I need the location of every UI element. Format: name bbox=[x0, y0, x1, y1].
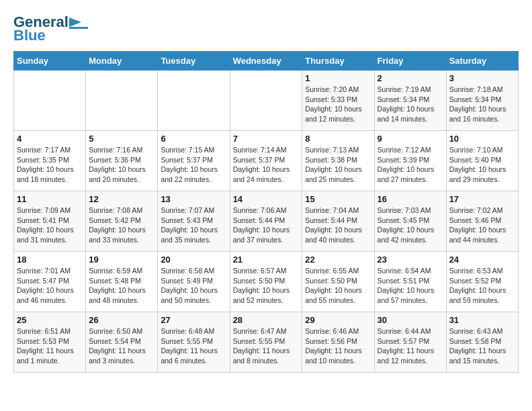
svg-rect-1 bbox=[69, 27, 88, 29]
day-info: Sunrise: 7:07 AM Sunset: 5:43 PM Dayligh… bbox=[161, 205, 226, 245]
day-number: 8 bbox=[305, 134, 371, 144]
day-info: Sunrise: 7:02 AM Sunset: 5:46 PM Dayligh… bbox=[449, 205, 515, 245]
day-number: 24 bbox=[449, 255, 515, 265]
day-info: Sunrise: 6:43 AM Sunset: 5:58 PM Dayligh… bbox=[449, 326, 515, 366]
day-of-week-header: Sunday bbox=[14, 52, 86, 71]
day-info: Sunrise: 7:12 AM Sunset: 5:39 PM Dayligh… bbox=[378, 145, 443, 185]
day-number: 4 bbox=[17, 134, 83, 144]
calendar-day-cell: 24Sunrise: 6:53 AM Sunset: 5:52 PM Dayli… bbox=[446, 252, 518, 312]
day-info: Sunrise: 7:01 AM Sunset: 5:47 PM Dayligh… bbox=[17, 266, 83, 306]
day-info: Sunrise: 6:58 AM Sunset: 5:49 PM Dayligh… bbox=[161, 266, 226, 306]
logo-icon bbox=[69, 15, 88, 30]
day-of-week-header: Wednesday bbox=[230, 52, 302, 71]
day-info: Sunrise: 6:48 AM Sunset: 5:55 PM Dayligh… bbox=[161, 326, 226, 366]
calendar-day-cell: 1Sunrise: 7:20 AM Sunset: 5:33 PM Daylig… bbox=[302, 71, 374, 131]
day-info: Sunrise: 7:06 AM Sunset: 5:44 PM Dayligh… bbox=[233, 205, 300, 245]
day-info: Sunrise: 7:15 AM Sunset: 5:37 PM Dayligh… bbox=[161, 145, 226, 185]
day-number: 15 bbox=[305, 194, 371, 204]
calendar-day-cell: 21Sunrise: 6:57 AM Sunset: 5:50 PM Dayli… bbox=[230, 252, 302, 312]
day-info: Sunrise: 6:50 AM Sunset: 5:54 PM Dayligh… bbox=[89, 326, 154, 366]
day-info: Sunrise: 6:54 AM Sunset: 5:51 PM Dayligh… bbox=[378, 266, 443, 306]
calendar-table: SundayMondayTuesdayWednesdayThursdayFrid… bbox=[13, 51, 519, 373]
day-of-week-header: Tuesday bbox=[158, 52, 230, 71]
calendar-day-cell: 28Sunrise: 6:47 AM Sunset: 5:55 PM Dayli… bbox=[230, 312, 302, 373]
calendar-day-cell: 26Sunrise: 6:50 AM Sunset: 5:54 PM Dayli… bbox=[86, 312, 158, 373]
calendar-day-cell: 7Sunrise: 7:14 AM Sunset: 5:37 PM Daylig… bbox=[230, 131, 302, 191]
calendar-day-cell: 14Sunrise: 7:06 AM Sunset: 5:44 PM Dayli… bbox=[230, 191, 302, 252]
day-info: Sunrise: 6:44 AM Sunset: 5:57 PM Dayligh… bbox=[378, 326, 443, 366]
day-info: Sunrise: 7:19 AM Sunset: 5:34 PM Dayligh… bbox=[378, 85, 443, 124]
day-number: 17 bbox=[449, 194, 515, 204]
calendar-day-cell: 23Sunrise: 6:54 AM Sunset: 5:51 PM Dayli… bbox=[374, 252, 446, 312]
day-info: Sunrise: 7:17 AM Sunset: 5:35 PM Dayligh… bbox=[17, 145, 83, 185]
calendar-day-cell: 17Sunrise: 7:02 AM Sunset: 5:46 PM Dayli… bbox=[446, 191, 518, 252]
day-number: 18 bbox=[17, 255, 83, 265]
logo: General Blue bbox=[13, 13, 88, 44]
day-info: Sunrise: 6:46 AM Sunset: 5:56 PM Dayligh… bbox=[305, 326, 371, 366]
calendar-day-cell bbox=[14, 71, 86, 131]
day-info: Sunrise: 6:55 AM Sunset: 5:50 PM Dayligh… bbox=[305, 266, 371, 306]
calendar-day-cell: 12Sunrise: 7:08 AM Sunset: 5:42 PM Dayli… bbox=[86, 191, 158, 252]
calendar-day-cell: 9Sunrise: 7:12 AM Sunset: 5:39 PM Daylig… bbox=[374, 131, 446, 191]
day-info: Sunrise: 6:59 AM Sunset: 5:48 PM Dayligh… bbox=[89, 266, 154, 306]
calendar-day-cell: 18Sunrise: 7:01 AM Sunset: 5:47 PM Dayli… bbox=[14, 252, 86, 312]
calendar-day-cell: 8Sunrise: 7:13 AM Sunset: 5:38 PM Daylig… bbox=[302, 131, 374, 191]
day-info: Sunrise: 6:51 AM Sunset: 5:53 PM Dayligh… bbox=[17, 326, 83, 366]
day-number: 6 bbox=[161, 134, 226, 144]
day-number: 14 bbox=[233, 194, 300, 204]
day-number: 5 bbox=[89, 134, 154, 144]
day-number: 27 bbox=[161, 315, 226, 325]
calendar-day-cell: 16Sunrise: 7:03 AM Sunset: 5:45 PM Dayli… bbox=[374, 191, 446, 252]
day-number: 13 bbox=[161, 194, 226, 204]
day-number: 11 bbox=[17, 194, 83, 204]
day-number: 31 bbox=[449, 315, 515, 325]
day-info: Sunrise: 7:03 AM Sunset: 5:45 PM Dayligh… bbox=[378, 205, 443, 245]
day-info: Sunrise: 7:18 AM Sunset: 5:34 PM Dayligh… bbox=[449, 85, 515, 124]
calendar-header-row: SundayMondayTuesdayWednesdayThursdayFrid… bbox=[14, 52, 519, 71]
page-header: General Blue bbox=[13, 13, 519, 44]
day-number: 3 bbox=[449, 73, 515, 83]
calendar-day-cell: 27Sunrise: 6:48 AM Sunset: 5:55 PM Dayli… bbox=[158, 312, 230, 373]
calendar-day-cell: 3Sunrise: 7:18 AM Sunset: 5:34 PM Daylig… bbox=[446, 71, 518, 131]
calendar-day-cell: 31Sunrise: 6:43 AM Sunset: 5:58 PM Dayli… bbox=[446, 312, 518, 373]
calendar-day-cell: 29Sunrise: 6:46 AM Sunset: 5:56 PM Dayli… bbox=[302, 312, 374, 373]
calendar-day-cell bbox=[230, 71, 302, 131]
day-info: Sunrise: 7:16 AM Sunset: 5:36 PM Dayligh… bbox=[89, 145, 154, 185]
day-info: Sunrise: 6:53 AM Sunset: 5:52 PM Dayligh… bbox=[449, 266, 515, 306]
day-number: 2 bbox=[378, 73, 443, 83]
day-info: Sunrise: 7:14 AM Sunset: 5:37 PM Dayligh… bbox=[233, 145, 300, 185]
day-number: 29 bbox=[305, 315, 371, 325]
calendar-day-cell bbox=[86, 71, 158, 131]
calendar-day-cell: 11Sunrise: 7:09 AM Sunset: 5:41 PM Dayli… bbox=[14, 191, 86, 252]
calendar-day-cell bbox=[158, 71, 230, 131]
day-number: 9 bbox=[378, 134, 443, 144]
day-number: 23 bbox=[378, 255, 443, 265]
day-number: 20 bbox=[161, 255, 226, 265]
calendar-day-cell: 25Sunrise: 6:51 AM Sunset: 5:53 PM Dayli… bbox=[14, 312, 86, 373]
day-number: 28 bbox=[233, 315, 300, 325]
calendar-week-row: 25Sunrise: 6:51 AM Sunset: 5:53 PM Dayli… bbox=[14, 312, 519, 373]
calendar-day-cell: 30Sunrise: 6:44 AM Sunset: 5:57 PM Dayli… bbox=[374, 312, 446, 373]
calendar-day-cell: 2Sunrise: 7:19 AM Sunset: 5:34 PM Daylig… bbox=[374, 71, 446, 131]
day-number: 16 bbox=[378, 194, 443, 204]
calendar-day-cell: 19Sunrise: 6:59 AM Sunset: 5:48 PM Dayli… bbox=[86, 252, 158, 312]
day-info: Sunrise: 7:08 AM Sunset: 5:42 PM Dayligh… bbox=[89, 205, 154, 245]
day-info: Sunrise: 7:20 AM Sunset: 5:33 PM Dayligh… bbox=[305, 85, 371, 124]
day-number: 26 bbox=[89, 315, 154, 325]
day-number: 12 bbox=[89, 194, 154, 204]
logo-blue: Blue bbox=[13, 27, 46, 44]
day-info: Sunrise: 7:10 AM Sunset: 5:40 PM Dayligh… bbox=[449, 145, 515, 185]
day-of-week-header: Thursday bbox=[302, 52, 374, 71]
day-number: 1 bbox=[305, 73, 371, 83]
day-of-week-header: Friday bbox=[374, 52, 446, 71]
day-info: Sunrise: 7:09 AM Sunset: 5:41 PM Dayligh… bbox=[17, 205, 83, 245]
day-number: 19 bbox=[89, 255, 154, 265]
calendar-day-cell: 22Sunrise: 6:55 AM Sunset: 5:50 PM Dayli… bbox=[302, 252, 374, 312]
day-info: Sunrise: 6:47 AM Sunset: 5:55 PM Dayligh… bbox=[233, 326, 300, 366]
day-info: Sunrise: 6:57 AM Sunset: 5:50 PM Dayligh… bbox=[233, 266, 300, 306]
calendar-week-row: 4Sunrise: 7:17 AM Sunset: 5:35 PM Daylig… bbox=[14, 131, 519, 191]
day-of-week-header: Monday bbox=[86, 52, 158, 71]
calendar-day-cell: 6Sunrise: 7:15 AM Sunset: 5:37 PM Daylig… bbox=[158, 131, 230, 191]
calendar-day-cell: 5Sunrise: 7:16 AM Sunset: 5:36 PM Daylig… bbox=[86, 131, 158, 191]
calendar-week-row: 1Sunrise: 7:20 AM Sunset: 5:33 PM Daylig… bbox=[14, 71, 519, 131]
